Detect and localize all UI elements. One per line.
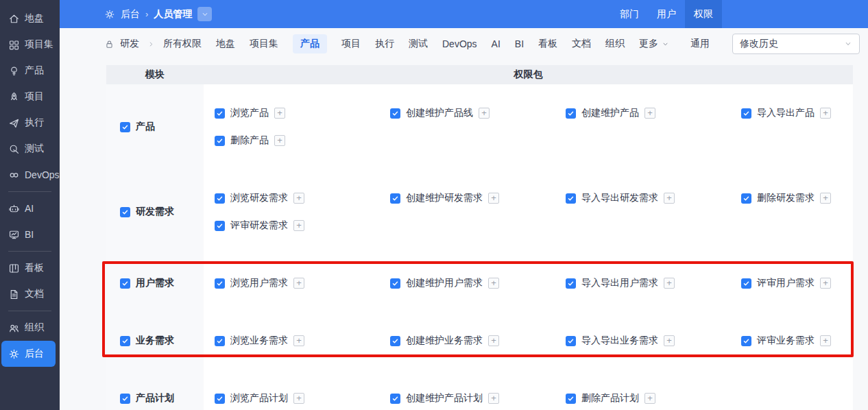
sidebar-item-project-set[interactable]: 项目集 bbox=[0, 32, 60, 58]
module-label: 业务需求 bbox=[136, 335, 174, 347]
check-icon bbox=[567, 110, 575, 117]
subnav-more-label: 更多 bbox=[639, 38, 658, 50]
topbar-tab[interactable]: 权限 bbox=[685, 0, 722, 28]
subnav-tab[interactable]: 产品 bbox=[293, 34, 327, 53]
permission-checkbox[interactable] bbox=[741, 108, 751, 119]
subnav-tab-all-permissions[interactable]: 所有权限 bbox=[163, 34, 202, 53]
permission-checkbox[interactable] bbox=[566, 394, 576, 404]
expand-plus-button[interactable]: + bbox=[274, 135, 285, 146]
breadcrumb-section[interactable]: 后台 bbox=[121, 8, 140, 21]
sidebar-item-doc[interactable]: 文档 bbox=[0, 281, 60, 307]
permission-label: 浏览产品 bbox=[230, 107, 269, 119]
sidebar-item-admin[interactable]: 后台 bbox=[1, 341, 56, 367]
sidebar-divider bbox=[8, 251, 51, 252]
sidebar-item-bi[interactable]: BI bbox=[0, 221, 60, 248]
expand-plus-button[interactable]: + bbox=[293, 278, 304, 289]
sidebar-item-label: 组织 bbox=[25, 322, 44, 334]
permission-checkbox[interactable] bbox=[215, 193, 225, 204]
permission-checkbox[interactable] bbox=[566, 336, 576, 346]
permission-checkbox[interactable] bbox=[215, 108, 225, 119]
sidebar-item-product[interactable]: 产品 bbox=[0, 58, 60, 84]
package-column-header: 权限包 bbox=[204, 65, 853, 84]
sidebar-item-ai[interactable]: AI bbox=[0, 195, 60, 221]
permission-checkbox[interactable] bbox=[390, 394, 400, 404]
expand-plus-button[interactable]: + bbox=[664, 335, 675, 346]
subnav-tab-general[interactable]: 通用 bbox=[690, 34, 710, 53]
sidebar-item-org[interactable]: 组织 bbox=[0, 315, 60, 341]
permission-checkbox[interactable] bbox=[566, 108, 576, 119]
expand-plus-button[interactable]: + bbox=[293, 193, 304, 204]
subnav-tab[interactable]: AI bbox=[492, 35, 501, 53]
permission-item: 评审研发需求+ bbox=[204, 217, 379, 234]
expand-plus-button[interactable]: + bbox=[479, 108, 490, 119]
module-checkbox[interactable] bbox=[120, 336, 130, 346]
permission-item: 评审用户需求+ bbox=[730, 275, 853, 291]
permission-checkbox[interactable] bbox=[215, 336, 225, 346]
chevron-right-icon bbox=[147, 40, 155, 48]
topbar-tab[interactable]: 部门 bbox=[611, 0, 648, 28]
permission-checkbox[interactable] bbox=[566, 193, 576, 204]
breadcrumb-dropdown-button[interactable] bbox=[197, 7, 212, 21]
subnav-tab[interactable]: 文档 bbox=[572, 34, 591, 53]
expand-plus-button[interactable]: + bbox=[820, 278, 831, 289]
check-icon bbox=[743, 195, 750, 202]
sidebar-item-test[interactable]: 测试 bbox=[0, 136, 60, 162]
expand-plus-button[interactable]: + bbox=[274, 108, 285, 119]
module-checkbox[interactable] bbox=[120, 122, 130, 132]
subnav-tab[interactable]: 项目 bbox=[341, 34, 361, 53]
check-icon bbox=[121, 337, 129, 345]
subnav-tab[interactable]: 执行 bbox=[375, 34, 394, 53]
subnav-tab[interactable]: DevOps bbox=[442, 35, 477, 53]
module-checkbox[interactable] bbox=[120, 394, 130, 404]
permissions-table: 模块 权限包 产品浏览产品+创建维护产品线+创建维护产品+导入导出产品+删除产品… bbox=[106, 65, 853, 410]
sidebar-item-devops[interactable]: DevOps bbox=[0, 162, 60, 188]
topbar-tab[interactable]: 用户 bbox=[648, 0, 685, 28]
history-select[interactable]: 修改历史 bbox=[732, 34, 860, 54]
subnav-tab[interactable]: 地盘 bbox=[216, 34, 235, 53]
permission-checkbox[interactable] bbox=[215, 221, 225, 231]
permission-checkbox[interactable] bbox=[215, 136, 225, 146]
expand-plus-button[interactable]: + bbox=[488, 193, 499, 204]
subnav-tab[interactable]: 项目集 bbox=[250, 34, 278, 53]
sidebar-item-project[interactable]: 项目 bbox=[0, 84, 60, 110]
expand-plus-button[interactable]: + bbox=[820, 335, 831, 346]
expand-plus-button[interactable]: + bbox=[820, 193, 831, 204]
permission-checkbox[interactable] bbox=[741, 193, 751, 204]
permission-checkbox[interactable] bbox=[390, 193, 400, 204]
permission-checkbox[interactable] bbox=[390, 336, 400, 346]
permission-item: 浏览研发需求+ bbox=[204, 190, 379, 206]
expand-plus-button[interactable]: + bbox=[820, 108, 831, 119]
expand-plus-button[interactable]: + bbox=[664, 193, 675, 204]
permission-checkbox[interactable] bbox=[566, 278, 576, 289]
subnav-group[interactable]: 研发 bbox=[120, 38, 139, 50]
permission-checkbox[interactable] bbox=[741, 278, 751, 289]
permission-item: 浏览业务需求+ bbox=[204, 333, 379, 349]
subnav-more-dropdown[interactable]: 更多 bbox=[639, 38, 669, 50]
module-row: 用户需求浏览用户需求+创建维护用户需求+导入导出用户需求+评审用户需求+ bbox=[106, 254, 853, 312]
subnav-tab[interactable]: 测试 bbox=[409, 34, 428, 53]
subnav-tab[interactable]: 组织 bbox=[605, 34, 625, 53]
subnav-tab[interactable]: 看板 bbox=[538, 34, 557, 53]
module-checkbox[interactable] bbox=[120, 207, 130, 217]
expand-plus-button[interactable]: + bbox=[488, 278, 499, 289]
expand-plus-button[interactable]: + bbox=[293, 220, 304, 231]
expand-plus-button[interactable]: + bbox=[644, 393, 655, 404]
permission-checkbox[interactable] bbox=[215, 394, 225, 404]
breadcrumb-page[interactable]: 人员管理 bbox=[154, 8, 192, 21]
module-checkbox[interactable] bbox=[120, 278, 130, 289]
expand-plus-button[interactable]: + bbox=[488, 335, 499, 346]
permission-checkbox[interactable] bbox=[741, 336, 751, 346]
subnav-tab[interactable]: BI bbox=[515, 35, 524, 53]
expand-plus-button[interactable]: + bbox=[664, 278, 675, 289]
sidebar-item-execution[interactable]: 执行 bbox=[0, 110, 60, 136]
sidebar-item-label: 文档 bbox=[25, 288, 44, 300]
permission-checkbox[interactable] bbox=[390, 108, 400, 119]
expand-plus-button[interactable]: + bbox=[293, 335, 304, 346]
permission-checkbox[interactable] bbox=[215, 278, 225, 289]
expand-plus-button[interactable]: + bbox=[293, 393, 304, 404]
expand-plus-button[interactable]: + bbox=[488, 393, 499, 404]
sidebar-item-kanban[interactable]: 看板 bbox=[0, 255, 60, 281]
expand-plus-button[interactable]: + bbox=[644, 108, 655, 119]
permission-checkbox[interactable] bbox=[390, 278, 400, 289]
sidebar-item-home[interactable]: 地盘 bbox=[0, 5, 60, 32]
